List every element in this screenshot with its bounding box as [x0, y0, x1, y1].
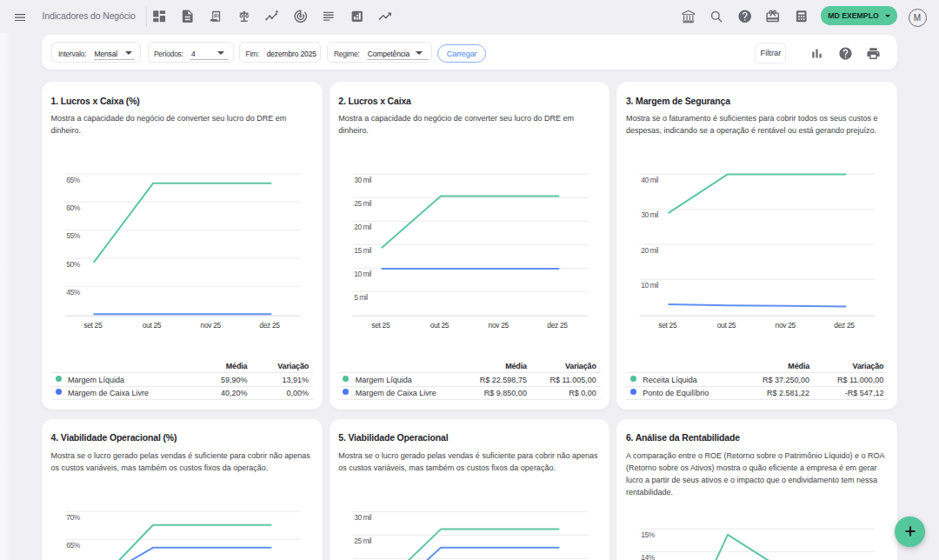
svg-text:out 25: out 25 [430, 321, 449, 330]
svg-text:15 mil: 15 mil [354, 246, 371, 255]
svg-text:65%: 65% [66, 541, 80, 550]
svg-text:5 mil: 5 mil [354, 293, 368, 302]
svg-text:60%: 60% [66, 203, 80, 212]
svg-text:set 25: set 25 [83, 321, 103, 330]
svg-text:10 mil: 10 mil [354, 270, 371, 278]
svg-text:70%: 70% [66, 513, 80, 522]
svg-text:20 mil: 20 mil [641, 246, 658, 255]
svg-text:40 mil: 40 mil [641, 176, 658, 184]
svg-text:dez 25: dez 25 [259, 321, 280, 330]
svg-text:25 mil: 25 mil [354, 199, 371, 208]
svg-text:nov 25: nov 25 [488, 321, 509, 330]
svg-text:14%: 14% [641, 553, 655, 560]
svg-text:set 25: set 25 [371, 321, 390, 330]
svg-text:30 mil: 30 mil [354, 513, 371, 522]
svg-text:15%: 15% [641, 530, 655, 539]
svg-text:50%: 50% [66, 260, 80, 269]
svg-text:10 mil: 10 mil [641, 281, 658, 290]
svg-text:55%: 55% [66, 232, 80, 241]
svg-text:out 25: out 25 [717, 321, 736, 330]
svg-text:set 25: set 25 [659, 321, 678, 330]
svg-text:dez 25: dez 25 [835, 321, 856, 330]
svg-text:30 mil: 30 mil [641, 211, 658, 220]
svg-text:dez 25: dez 25 [547, 321, 568, 330]
svg-text:20 mil: 20 mil [354, 223, 371, 231]
svg-text:45%: 45% [66, 288, 80, 297]
svg-text:30 mil: 30 mil [354, 176, 371, 184]
svg-text:nov 25: nov 25 [776, 321, 796, 330]
svg-text:out 25: out 25 [143, 321, 162, 330]
svg-text:65%: 65% [66, 176, 80, 184]
svg-text:25 mil: 25 mil [354, 537, 371, 545]
svg-text:nov 25: nov 25 [201, 321, 222, 330]
